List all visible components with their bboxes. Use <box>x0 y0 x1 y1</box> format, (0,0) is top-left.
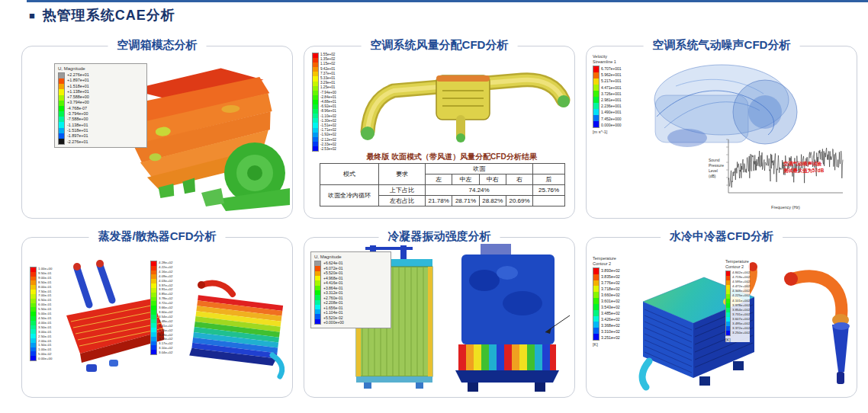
intercooler-pipe-illustration <box>770 258 860 395</box>
heat-exchanger-illustration <box>181 264 295 382</box>
header-mid-left: 中左 <box>452 174 479 185</box>
left-colorbar: 1.00e+009.50e-019.00e-018.50e-018.00e-01… <box>30 267 52 361</box>
panel-airflow-cfd: 空调系统风量分配CFD分析 1.55e+021.35e+021.15e+029.… <box>304 46 575 219</box>
legend-unit: [K] <box>593 342 620 347</box>
cell-right: 20.69% <box>506 196 532 206</box>
abaqus-legend: U, Magnitude +2.276e+01+1.897e+01+1.518e… <box>54 63 147 148</box>
header-left: 左 <box>426 174 452 185</box>
legend-title: U, Magnitude <box>314 255 387 259</box>
panel-hvac-modal: 空调箱模态分析 U, Magnitude +2.276e+01+1.897e+0… <box>21 46 293 219</box>
temperature-legend-right: Temperature Contour 2 4.842e+0024.719e+0… <box>725 259 750 342</box>
panel-grid: 空调箱模态分析 U, Magnitude +2.276e+01+1.897e+0… <box>21 46 857 398</box>
cell-updown-ratio: 74.24% <box>426 185 533 196</box>
x-axis-label: Frequency (Hz) <box>771 205 800 210</box>
cell-requirement: 上下占比 <box>379 185 426 196</box>
legend-values: +2.276e+01+1.897e+01+1.518e+01+1.138e+01… <box>67 72 89 145</box>
header-rear: 后 <box>533 174 565 185</box>
panel-title: 空调系统风量分配CFD分析 <box>362 38 518 53</box>
cell-mid-left: 28.71% <box>452 196 479 206</box>
table-caption: 最终版 吹面模式（带风道）风量分配CFD分析结果 <box>335 152 568 162</box>
legend-unit: [K] <box>725 338 750 342</box>
legend-title: U, Magnitude <box>58 66 143 71</box>
noise-annotation-line1: 空调气动噪声试验 <box>783 161 822 167</box>
legend-values: 6.707e+0015.962e+0015.217e+0014.471e+001… <box>601 66 622 128</box>
top-divider <box>27 0 868 2</box>
legend-unit: [m s^-1] <box>593 130 622 134</box>
fin-zone <box>458 344 556 370</box>
page-header: ■ 热管理系统CAE分析 <box>29 6 175 24</box>
legend-values: 3.893e+023.835e+023.776e+023.718e+023.66… <box>601 267 620 341</box>
header-requirement: 要求 <box>379 164 426 185</box>
panel-aero-noise-cfd: 空调系统气动噪声CFD分析 Velocity Streamline 1 6.70… <box>586 46 857 219</box>
legend-color-strip <box>593 66 600 128</box>
colorbar-strip <box>150 261 157 355</box>
header-mode: 模式 <box>320 164 379 185</box>
cell-blank <box>533 196 565 206</box>
legend-title-line2: Streamline 1 <box>593 59 622 65</box>
legend-title-line2: Contour 2 <box>593 261 620 267</box>
air-duct-illustration <box>346 50 575 149</box>
noise-annotation-line2: 测试最大值为57dB <box>783 168 825 174</box>
cell-requirement: 左右占比 <box>379 196 426 206</box>
cell-mid-right: 28.82% <box>479 196 506 206</box>
airflow-result-table: 模式 要求 吹面 左 中左 中右 右 后 吹面全冷内循环 上下占比 74.24%… <box>320 163 565 206</box>
colorbar-strip <box>30 267 37 361</box>
panel-title: 空调箱模态分析 <box>108 38 207 53</box>
table-row: 吹面全冷内循环 上下占比 74.24% 25.76% <box>320 185 565 196</box>
title-bullet-icon: ■ <box>29 11 35 21</box>
header-blank <box>533 164 565 174</box>
panel-title: 冷凝器振动强度分析 <box>379 229 500 244</box>
legend-color-strip <box>725 271 731 336</box>
legend-title-line2: Contour 2 <box>725 264 750 270</box>
legend-values: +6.624e-01+6.072e-01+5.520e-01+4.968e-01… <box>323 261 344 325</box>
legend-color-strip <box>314 261 321 325</box>
temperature-legend-left: Temperature Contour 2 3.893e+023.835e+02… <box>593 256 620 347</box>
header-face-vents: 吹面 <box>426 164 533 174</box>
panel-evaporator-radiator-cfd: 蒸发器/散热器CFD分析 1.00e+009.50e-019.00e-018.5… <box>21 237 293 398</box>
legend-color-strip <box>58 72 65 145</box>
cell-rear-ratio: 25.76% <box>533 185 565 196</box>
y-ticks <box>726 139 728 185</box>
noise-spectrum-chart: SoundPressureLevel(dB) Frequency (Hz) 空调… <box>706 135 850 213</box>
middle-colorbar: 4.28e+024.22e+024.16e+024.09e+024.03e+02… <box>150 261 172 355</box>
colorbar-values: 4.28e+024.22e+024.16e+024.09e+024.03e+02… <box>159 261 172 355</box>
panel-title: 水冷中冷器CFD分析 <box>661 229 783 244</box>
panel-title: 蒸发器/散热器CFD分析 <box>89 229 226 244</box>
cell-mode: 吹面全冷内循环 <box>320 185 379 206</box>
table-header-row: 模式 要求 吹面 <box>320 164 565 174</box>
condenser-contour-illustration <box>439 242 576 396</box>
panel-condenser-vibration: 冷凝器振动强度分析 U, Magnitude +6.624e-01+6.072e… <box>304 237 575 398</box>
legend-color-strip <box>593 267 600 341</box>
panel-intercooler-cfd: 水冷中冷器CFD分析 Temperature Contour 2 3.893e+… <box>586 237 857 398</box>
colorbar-values: 1.55e+021.35e+021.15e+029.42e+017.37e+01… <box>320 53 336 152</box>
streamline-legend: Velocity Streamline 1 6.707e+0015.962e+0… <box>593 54 622 134</box>
header-right: 右 <box>506 174 532 185</box>
panel-title: 空调系统气动噪声CFD分析 <box>644 38 800 53</box>
header-mid-right: 中右 <box>479 174 506 185</box>
legend-values: 4.842e+0024.719e+0024.595e+0024.472e+002… <box>732 271 750 336</box>
page-title: 热管理系统CAE分析 <box>43 6 175 24</box>
colorbar-strip <box>312 53 319 152</box>
abaqus-legend: U, Magnitude +6.624e-01+6.072e-01+5.520e… <box>310 251 391 328</box>
cell-left: 21.78% <box>426 196 452 206</box>
colorbar-values: 1.00e+009.50e-019.00e-018.50e-018.00e-01… <box>38 267 52 361</box>
velocity-colorbar: 1.55e+021.35e+021.15e+029.42e+017.37e+01… <box>312 53 336 152</box>
y-axis-label: SoundPressureLevel(dB) <box>709 158 724 178</box>
slide: ■ 热管理系统CAE分析 空调箱模态分析 U, Magnitude +2.276… <box>0 0 868 413</box>
